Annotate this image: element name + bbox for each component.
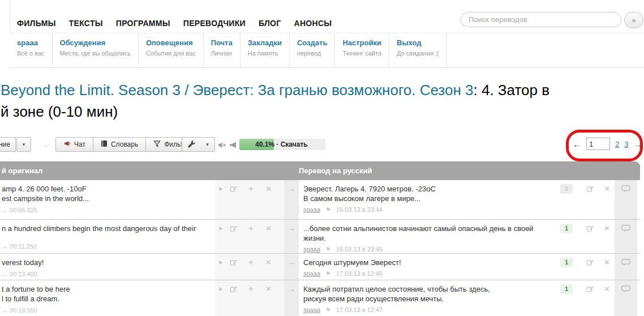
edit-icon[interactable] [586, 285, 594, 295]
usernav-bookmarks-label: Закладки [248, 39, 282, 47]
author-link[interactable]: spaaa [303, 205, 320, 215]
usernav-notifications[interactable]: Оповещения События для вас [139, 33, 204, 67]
rating-badge[interactable]: 1 [560, 258, 573, 267]
play-icon[interactable]: ▶ [219, 286, 223, 292]
nav-films[interactable]: ФИЛЬМЫ [17, 19, 56, 28]
translation-text-cell: Каждый потратил целое состояние, чтобы б… [303, 284, 549, 315]
pagination-prev-icon[interactable]: ← [573, 139, 581, 149]
usernav-bookmarks[interactable]: Закладки На память [241, 33, 290, 67]
chapter-title: : 4. Затор в [474, 82, 550, 99]
edit-icon[interactable] [230, 224, 238, 234]
add-icon[interactable]: + [248, 257, 254, 267]
author-link[interactable]: spaaa [303, 245, 320, 254]
delete-icon[interactable]: × [604, 183, 609, 193]
nav-blog[interactable]: БЛОГ [259, 19, 281, 28]
table-row: t a fortune to be here l to fulfill a dr… [0, 280, 640, 316]
comments-column[interactable] [615, 254, 637, 280]
delete-icon[interactable]: × [604, 257, 609, 267]
delete-icon[interactable]: × [266, 183, 271, 193]
dictionary-button[interactable]: Словарь [93, 137, 146, 152]
flag-icon[interactable]: ⚑ [325, 245, 331, 254]
flag-icon[interactable]: ⚑ [325, 269, 331, 279]
pagination-page-3[interactable]: 3 [624, 140, 628, 148]
table-row: n a hundred climbers begin the most dang… [0, 220, 640, 254]
delete-icon[interactable]: × [604, 223, 609, 233]
transfer-arrow-icon[interactable]: → [284, 280, 299, 316]
tools-button[interactable] [182, 137, 201, 152]
usernav-create[interactable]: Создать перевод [290, 33, 335, 67]
nav-announces[interactable]: АНОНСЫ [294, 19, 332, 28]
edit-icon[interactable] [586, 224, 594, 234]
nav-texts[interactable]: ТЕКСТЫ [69, 19, 103, 28]
book-icon [101, 140, 108, 149]
usernav-settings-label: Настройки [342, 39, 381, 47]
truncated-toolbar-button[interactable]: ние [0, 137, 16, 152]
edit-icon[interactable] [230, 185, 238, 195]
mute-speaker-icon[interactable] [218, 140, 226, 151]
chat-button[interactable]: Чат [55, 137, 93, 152]
play-icon[interactable]: ▶ [219, 186, 223, 191]
author-link[interactable]: spaaa [303, 269, 320, 279]
edit-icon[interactable] [230, 285, 238, 295]
rating-badge[interactable]: 0 [560, 184, 573, 194]
nav-programs[interactable]: ПРОГРАММЫ [116, 19, 170, 28]
rating-badge[interactable]: 1 [560, 284, 573, 294]
flag-icon[interactable]: ⚑ [325, 205, 331, 215]
usernav-discussions[interactable]: Обсуждения Места, где вы общались [53, 33, 139, 67]
edit-icon[interactable] [230, 258, 238, 268]
speech-bubble-icon [621, 285, 630, 293]
usernav-profile[interactable]: spaaa Всё о вас [10, 33, 53, 67]
edit-icon[interactable] [586, 185, 594, 195]
search-input[interactable] [461, 12, 621, 27]
delete-icon[interactable]: × [604, 284, 609, 293]
original-text-cell: amp 4. 26 000 feet. -10oF est campsite i… [2, 184, 212, 215]
usernav-create-sub: перевод [297, 50, 327, 57]
transfer-arrow-icon[interactable]: → [284, 220, 299, 253]
play-icon[interactable]: ▶ [219, 225, 223, 231]
tools-caret-button[interactable]: ▼ [200, 137, 215, 152]
truncated-toolbar-caret-button[interactable]: ▼ [16, 137, 31, 152]
usernav-mail[interactable]: Почта Личная [204, 33, 241, 67]
rating-badge[interactable]: 1 [560, 224, 573, 233]
author-link[interactable]: spaaa [303, 305, 320, 315]
flag-icon[interactable]: ⚑ [325, 305, 331, 315]
play-icon[interactable]: ▶ [219, 259, 223, 265]
delete-icon[interactable]: × [266, 223, 271, 233]
pagination-page-2[interactable]: 2 [615, 140, 619, 148]
translation-title-link[interactable]: Beyond the Limit. Season 3 / Эверест: За… [1, 82, 474, 99]
delete-icon[interactable]: × [266, 284, 271, 293]
edit-icon[interactable] [586, 258, 594, 268]
timestamp: → 00:06.825 [2, 206, 212, 215]
comments-column[interactable] [615, 280, 637, 316]
translation-meta: spaaa ⚑ 17.03.13 в 12:47 [303, 305, 549, 315]
pagination-next-icon[interactable]: → [633, 139, 642, 149]
horn-icon[interactable] [229, 140, 237, 151]
usernav-discussions-sub: Места, где вы общались [60, 50, 131, 57]
transfer-arrow-icon[interactable]: → [284, 180, 299, 219]
nav-translators[interactable]: ПЕРЕВОДЧИКИ [183, 19, 246, 28]
add-icon[interactable]: + [248, 183, 254, 193]
dictionary-button-label: Словарь [111, 140, 138, 148]
comments-column[interactable] [615, 180, 637, 219]
translation-date: 17.03.13 в 12:45 [336, 269, 383, 279]
translation-line: В самом высоком лагере в мире... [303, 194, 549, 203]
search-go-button[interactable]: » [624, 12, 643, 28]
translation-line: Сегодня штурмуем Эверест! [303, 258, 549, 267]
transfer-arrow-icon[interactable]: → [284, 254, 299, 280]
pagination-page-input[interactable] [586, 138, 610, 150]
progress-label[interactable]: 40.1% · Скачать [255, 140, 308, 148]
add-icon[interactable]: + [248, 223, 254, 233]
comments-column[interactable] [615, 220, 637, 253]
usernav-settings-sub: Тюнинг сайта [342, 50, 381, 57]
row-actions-strip: ▶ + × [215, 180, 284, 219]
column-header-original: й оригинал [2, 166, 42, 175]
usernav-logout[interactable]: Выход До свидания :( [389, 33, 447, 67]
delete-icon[interactable]: × [266, 257, 271, 267]
translation-line: рискуя всем ради осуществления мечты. [303, 294, 549, 304]
translation-text-cell: Сегодня штурмуем Эверест! spaaa ⚑ 17.03.… [303, 258, 549, 279]
usernav-mail-label: Почта [211, 39, 233, 47]
usernav-settings[interactable]: Настройки Тюнинг сайта [335, 33, 389, 67]
usernav-discussions-label: Обсуждения [60, 39, 131, 47]
translation-line: Каждый потратил целое состояние, чтобы б… [303, 284, 549, 294]
add-icon[interactable]: + [248, 284, 254, 293]
